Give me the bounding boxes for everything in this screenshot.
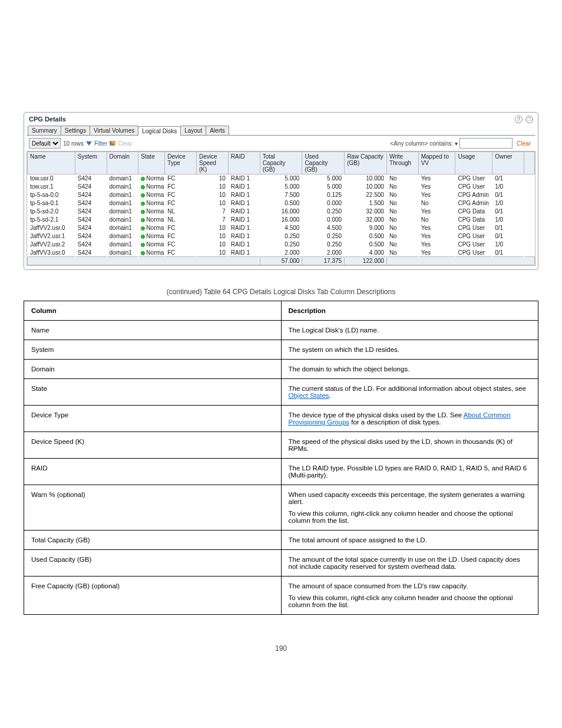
desc-row: Free Capacity (GB) (optional)The amount …: [24, 577, 538, 615]
desc-column-name: Domain: [24, 360, 282, 379]
column-description-table: Column Description NameThe Logical Disk'…: [24, 301, 538, 615]
state-dot-icon: [141, 243, 145, 247]
desc-column-name: System: [24, 340, 282, 360]
column-header[interactable]: Domain: [107, 152, 138, 174]
cross-reference-link[interactable]: Object States: [289, 392, 329, 399]
desc-column-name: Warn % (optional): [24, 485, 282, 531]
desc-column-description: The amount of the total space currently …: [281, 550, 538, 577]
desc-column-description: The speed of the physical disks used by …: [281, 432, 538, 459]
desc-row: Device TypeThe device type of the physic…: [24, 406, 538, 432]
figure-caption: (continued) Table 64 CPG Details Logical…: [24, 288, 538, 296]
desc-column-description: The amount of space consumed from the LD…: [281, 577, 538, 615]
column-header[interactable]: Write Through: [386, 152, 418, 174]
table-row[interactable]: tp-5-sd-2.0S424domain1NormalNL7RAID 116.…: [28, 207, 535, 216]
tabs: SummarySettingsVirtual VolumesLogical Di…: [27, 126, 535, 136]
desc-header-description: Description: [281, 301, 538, 321]
desc-column-name: Free Capacity (GB) (optional): [24, 577, 282, 615]
cpg-details-panel: CPG Details ? □ SummarySettingsVirtual V…: [24, 112, 538, 270]
view-select[interactable]: Default: [29, 138, 61, 149]
any-column-label: <Any column>: [390, 140, 428, 147]
desc-row: RAIDThe LD RAID type. Possible LD types …: [24, 459, 538, 485]
desc-row: Warn % (optional)When used capacity exce…: [24, 485, 538, 531]
table-row[interactable]: JaffVV2.usr.1S424domain1NormalFC10RAID 1…: [28, 232, 535, 241]
desc-column-description: The LD RAID type. Possible LD types are …: [281, 459, 538, 485]
table-row[interactable]: JaffVV3.usr.0S424domain1NormalFC10RAID 1…: [28, 249, 535, 257]
desc-column-name: State: [24, 379, 282, 406]
desc-row: StateThe current status of the LD. For a…: [24, 379, 538, 406]
desc-column-description: The Logical Disk's (LD) name.: [281, 321, 538, 340]
filter-icon: [86, 141, 92, 146]
desc-column-name: Total Capacity (GB): [24, 531, 282, 550]
desc-row: DomainThe domain to which the object bel…: [24, 360, 538, 379]
grid-header-row[interactable]: NameSystemDomainStateDevice TypeDevice S…: [28, 152, 535, 174]
state-dot-icon: [141, 202, 145, 206]
table-row[interactable]: tp-5-sd-2.1S424domain1NormalNL7RAID 116.…: [28, 216, 535, 224]
table-row[interactable]: tp-5-sa-0.0S424domain1NormalFC10RAID 17.…: [28, 191, 535, 199]
tab-logical-disks[interactable]: Logical Disks: [138, 126, 181, 136]
state-dot-icon: [141, 218, 145, 222]
desc-column-description: The device type of the physical disks us…: [281, 406, 538, 432]
clear-label[interactable]: Clear: [118, 140, 132, 147]
cross-reference-link[interactable]: About Common Provisioning Groups: [289, 411, 511, 426]
column-header[interactable]: Name: [28, 152, 75, 174]
tab-settings[interactable]: Settings: [61, 126, 90, 135]
desc-row: NameThe Logical Disk's (LD) name.: [24, 321, 538, 340]
state-dot-icon: [141, 251, 145, 255]
column-header[interactable]: Usage: [455, 152, 492, 174]
desc-column-description: The system on which the LD resides.: [281, 340, 538, 360]
state-dot-icon: [141, 185, 145, 189]
table-row[interactable]: tow.usr.1S424domain1NormalFC10RAID 15.00…: [28, 183, 535, 191]
clear-filter-link[interactable]: Clear: [514, 140, 533, 147]
state-dot-icon: [141, 226, 145, 230]
table-row[interactable]: JaffVV2.usr.0S424domain1NormalFC10RAID 1…: [28, 224, 535, 232]
desc-row: SystemThe system on which the LD resides…: [24, 340, 538, 360]
state-dot-icon: [141, 235, 145, 239]
maximize-icon[interactable]: □: [525, 116, 533, 123]
logical-disks-grid: NameSystemDomainStateDevice TypeDevice S…: [27, 151, 535, 266]
desc-column-name: Used Capacity (GB): [24, 550, 282, 577]
desc-column-name: Device Speed (K): [24, 432, 282, 459]
desc-row: Device Speed (K)The speed of the physica…: [24, 432, 538, 459]
column-header[interactable]: Device Type: [165, 152, 197, 174]
filter-input[interactable]: [459, 138, 513, 149]
tab-summary[interactable]: Summary: [28, 126, 61, 135]
desc-column-name: RAID: [24, 459, 282, 485]
panel-title: CPG Details: [29, 116, 66, 123]
help-icon[interactable]: ?: [515, 116, 523, 123]
table-row[interactable]: tp-5-sa-0.1S424domain1NormalFC10RAID 10.…: [28, 199, 535, 207]
column-header[interactable]: State: [138, 152, 165, 174]
column-header[interactable]: Mapped to VV: [418, 152, 455, 174]
desc-row: Used Capacity (GB)The amount of the tota…: [24, 550, 538, 577]
column-header[interactable]: Device Speed (K): [197, 152, 229, 174]
state-dot-icon: [141, 177, 145, 181]
desc-column-name: Device Type: [24, 406, 282, 432]
row-count-label: 10 rows: [63, 140, 84, 147]
desc-column-description: The total amount of space assigned to th…: [281, 531, 538, 550]
tab-virtual-volumes[interactable]: Virtual Volumes: [90, 126, 138, 135]
grid-toolbar: Default 10 rows Filter Clear <Any column…: [27, 136, 535, 151]
column-header[interactable]: Used Capacity (GB): [302, 152, 345, 174]
state-dot-icon: [141, 193, 145, 197]
tab-layout[interactable]: Layout: [180, 126, 206, 135]
desc-column-description: The current status of the LD. For additi…: [281, 379, 538, 406]
column-header[interactable]: Total Capacity (GB): [260, 152, 302, 174]
desc-header-column: Column: [24, 301, 282, 321]
grid-footer-row: 57.000 17.375 122.000: [28, 257, 535, 265]
desc-column-description: The domain to which the object belongs.: [281, 360, 538, 379]
desc-column-description: When used capacity exceeds this percenta…: [281, 485, 538, 531]
page-number: 190: [24, 644, 538, 653]
column-header[interactable]: System: [75, 152, 107, 174]
column-header[interactable]: RAID: [228, 152, 260, 174]
eraser-icon: [110, 141, 115, 146]
state-dot-icon: [141, 210, 145, 214]
desc-row: Total Capacity (GB)The total amount of s…: [24, 531, 538, 550]
table-row[interactable]: JaffVV2.usr.2S424domain1NormalFC10RAID 1…: [28, 241, 535, 249]
table-row[interactable]: tow.usr.0S424domain1NormalFC10RAID 15.00…: [28, 174, 535, 183]
desc-column-name: Name: [24, 321, 282, 340]
column-header[interactable]: Raw Capacity (GB): [345, 152, 387, 174]
column-header[interactable]: Owner: [492, 152, 524, 174]
filter-label[interactable]: Filter: [94, 140, 107, 147]
tab-alerts[interactable]: Alerts: [206, 126, 229, 135]
